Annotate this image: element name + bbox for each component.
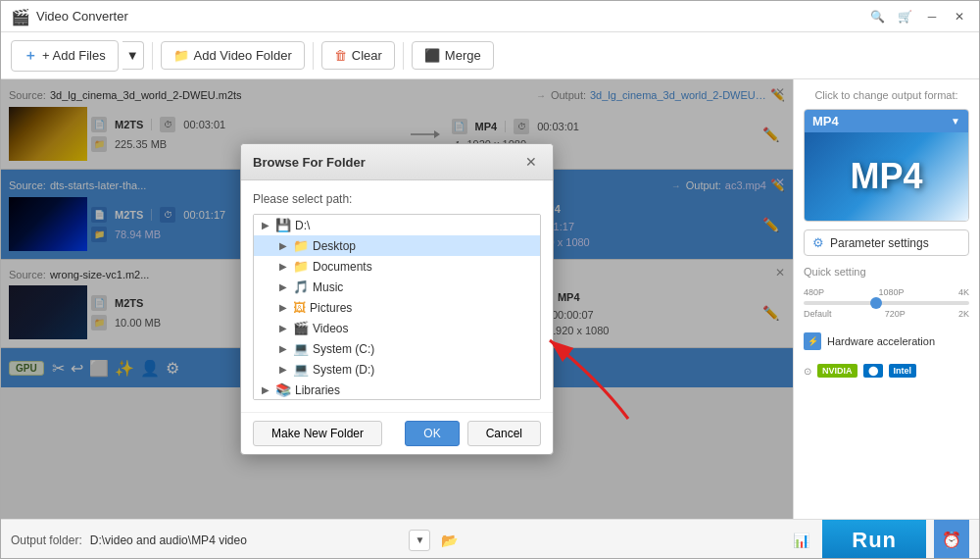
tree-item-pictures[interactable]: ▶ 🖼 Pictures <box>254 297 540 318</box>
run-button[interactable]: Run <box>822 520 926 560</box>
cancel-button[interactable]: Cancel <box>467 421 541 446</box>
merge-icon: ⬛ <box>424 48 440 63</box>
app-title: Video Converter <box>36 9 867 24</box>
folder-icon: 📁 <box>173 48 189 63</box>
tree-item-documents[interactable]: ▶ 📁 Documents <box>254 256 540 277</box>
clear-button[interactable]: 🗑 Clear <box>321 41 395 70</box>
quality-slider-area: 480P 1080P 4K Default 720P 2K <box>804 287 969 321</box>
output-folder-label: Output folder: <box>11 534 82 547</box>
expand-icon-3: ▶ <box>279 261 289 272</box>
add-folder-button[interactable]: 📁 Add Video Folder <box>161 41 305 70</box>
plus-icon: ＋ <box>24 47 37 65</box>
expand-icon-4: ▶ <box>279 281 289 292</box>
toolbar: ＋ + Add Files ▼ 📁 Add Video Folder 🗑 Cle… <box>1 32 979 79</box>
quality-sublabels: Default 720P 2K <box>804 309 969 319</box>
expand-icon-8: ▶ <box>279 364 289 375</box>
path-dropdown-button[interactable]: ▼ <box>409 530 430 551</box>
dialog-footer: Make New Folder OK Cancel <box>241 412 553 454</box>
separator <box>152 42 153 70</box>
hw-accel-icon: ⚡ <box>804 332 821 350</box>
dialog-title: Browse For Folder <box>253 155 366 170</box>
chevron-down-icon: ▼ <box>951 116 960 127</box>
expand-icon: ▶ <box>262 220 271 230</box>
quality-slider[interactable] <box>804 301 969 305</box>
hw-accel-label: Hardware acceleration <box>827 335 935 347</box>
tree-item-d[interactable]: ▶ 💾 D:\ <box>254 215 540 235</box>
tree-item-system-d[interactable]: ▶ 💻 System (D:) <box>254 359 540 380</box>
quick-setting-label: Quick setting <box>804 264 969 280</box>
format-preview-text: MP4 <box>850 156 922 197</box>
brand-row: ⊙ NVIDIA ⬤ Intel <box>804 362 969 380</box>
file-list-area: Source: 3d_lg_cinema_3d_world_2-DWEU.m2t… <box>1 79 793 519</box>
alarm-button[interactable]: ⏰ <box>934 520 969 560</box>
cart-icon[interactable]: 🛒 <box>895 7 914 26</box>
make-new-folder-button[interactable]: Make New Folder <box>253 421 382 446</box>
format-preview: MP4 <box>805 132 968 221</box>
right-panel: Click to change output format: MP4 ▼ MP4… <box>793 79 979 519</box>
preview-button[interactable]: 📊 <box>787 527 814 554</box>
bottom-bar: Output folder: D:\video and audio\MP4 vi… <box>1 519 979 559</box>
alarm-icon: ⏰ <box>942 531 961 549</box>
output-path: D:\video and audio\MP4 video <box>90 534 402 547</box>
add-files-dropdown[interactable]: ▼ <box>122 41 144 70</box>
expand-icon-6: ▶ <box>279 323 289 333</box>
hw-accel-row: ⚡ Hardware acceleration <box>804 329 969 354</box>
tree-item-system-c[interactable]: ▶ 💻 System (C:) <box>254 338 540 359</box>
expand-icon-2: ▶ <box>279 240 289 251</box>
tree-item-videos[interactable]: ▶ 🎬 Videos <box>254 318 540 338</box>
slider-thumb[interactable] <box>870 297 882 309</box>
format-selector[interactable]: MP4 ▼ MP4 <box>804 109 969 222</box>
browse-folder-dialog: Browse For Folder ✕ Please select path: … <box>240 143 554 455</box>
dialog-prompt: Please select path: <box>253 192 541 206</box>
minimize-button[interactable]: ─ <box>922 7 942 26</box>
search-title-icon[interactable]: 🔍 <box>867 7 887 26</box>
close-button[interactable]: ✕ <box>950 7 969 26</box>
separator2 <box>313 42 314 70</box>
quality-labels: 480P 1080P 4K <box>804 287 969 297</box>
format-name: MP4 <box>812 114 839 128</box>
trash-icon: 🗑 <box>334 48 347 63</box>
dialog-overlay: Browse For Folder ✕ Please select path: … <box>1 79 793 519</box>
intel-badge-icon: ⬤ <box>863 364 883 378</box>
tree-item-libraries[interactable]: ▶ 📚 Libraries <box>254 380 540 400</box>
merge-button[interactable]: ⬛ Merge <box>412 41 494 70</box>
window-controls: 🔍 🛒 ─ ✕ <box>867 7 969 26</box>
folder-tree[interactable]: ▶ 💾 D:\ ▶ 📁 Desktop <box>253 214 541 400</box>
format-name-row[interactable]: MP4 ▼ <box>805 110 968 132</box>
dialog-close-button[interactable]: ✕ <box>521 152 541 172</box>
settings-icon: ⚙ <box>812 235 824 250</box>
tree-item-music[interactable]: ▶ 🎵 Music <box>254 277 540 297</box>
dialog-title-bar: Browse For Folder ✕ <box>241 144 553 180</box>
app-container: 🎬 Video Converter 🔍 🛒 ─ ✕ ＋ + Add Files … <box>0 0 980 559</box>
expand-icon-7: ▶ <box>279 343 289 354</box>
main-layout: Source: 3d_lg_cinema_3d_world_2-DWEU.m2t… <box>1 79 979 519</box>
add-files-button[interactable]: ＋ + Add Files <box>11 40 119 72</box>
title-bar: 🎬 Video Converter 🔍 🛒 ─ ✕ <box>1 1 979 32</box>
parameter-settings-button[interactable]: ⚙ Parameter settings <box>804 229 969 256</box>
browse-folder-button[interactable]: 📂 <box>438 530 460 551</box>
tree-item-desktop[interactable]: ▶ 📁 Desktop <box>254 235 540 256</box>
intel-badge: Intel <box>889 364 917 378</box>
expand-icon-5: ▶ <box>279 302 289 313</box>
dialog-body: Please select path: ▶ 💾 D:\ ▶ 📁 <box>241 180 553 412</box>
output-format-label: Click to change output format: <box>804 89 969 101</box>
ok-button[interactable]: OK <box>405 421 459 446</box>
separator3 <box>403 42 404 70</box>
app-icon: 🎬 <box>11 8 28 25</box>
nvidia-badge: NVIDIA <box>817 364 858 378</box>
expand-icon-9: ▶ <box>262 384 271 395</box>
